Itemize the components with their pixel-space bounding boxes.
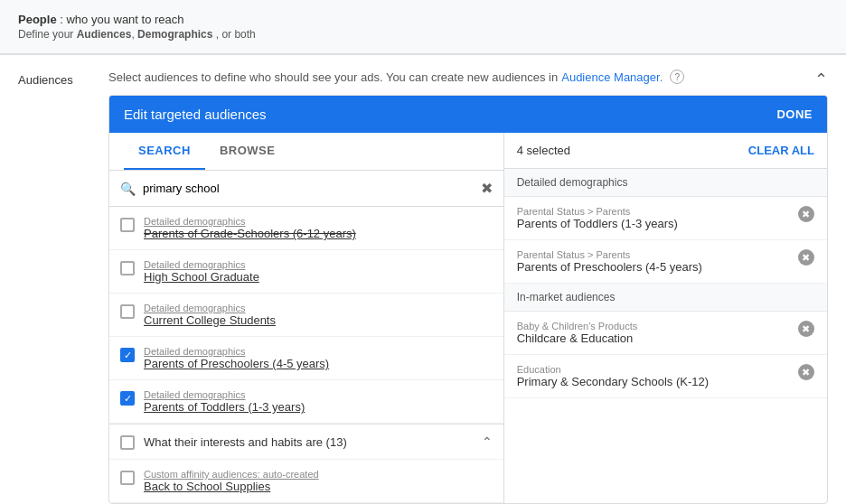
selected-count: 4 selected [517,144,570,157]
left-panel: SEARCH BROWSE 🔍 ✖ Detailed demog [109,133,504,503]
selected-label: Childcare & Education [517,331,638,345]
edit-panel-body: SEARCH BROWSE 🔍 ✖ Detailed demog [109,133,827,503]
selected-category: Parental Status > Parents [517,249,702,260]
item-label: Parents of Grade-Schoolers (6-12 years) [144,227,356,240]
selected-label: Primary & Secondary Schools (K-12) [517,375,709,388]
tab-search[interactable]: SEARCH [124,133,205,170]
selected-item-primary-secondary: Education Primary & Secondary Schools (K… [504,355,827,398]
checkbox-back-to-school[interactable] [120,471,135,485]
top-bar: People : who you want to reach Define yo… [0,0,846,54]
selected-label: Parents of Toddlers (1-3 years) [517,217,678,230]
remove-primary-secondary-button[interactable]: ✖ [798,364,814,380]
item-text-toddlers: Detailed demographics Parents of Toddler… [144,389,305,414]
people-bold: People [18,13,57,26]
right-panel: 4 selected CLEAR ALL Detailed demographi… [504,133,827,503]
result-item: Detailed demographics Current College St… [109,294,503,337]
result-item: Detailed demographics Parents of Toddler… [109,380,503,424]
help-icon[interactable]: ? [670,70,684,84]
search-input[interactable] [143,182,474,195]
or-both: , or both [216,28,256,41]
checkbox-high-school[interactable] [120,261,135,275]
x-circle-icon: ✖ [798,364,814,380]
result-item-custom: Custom affinity audiences: auto-created … [109,460,503,503]
result-item: Detailed demographics Parents of Grade-S… [109,207,503,250]
item-label: High School Graduate [144,270,259,284]
selected-item-preschoolers: Parental Status > Parents Parents of Pre… [504,240,827,284]
selected-category: Parental Status > Parents [517,206,678,217]
done-button[interactable]: DONE [776,107,813,121]
search-bar: 🔍 ✖ [109,171,503,207]
checkbox-grade-schoolers[interactable] [120,218,135,232]
item-label: Parents of Preschoolers (4-5 years) [144,357,329,370]
remove-toddlers-button[interactable]: ✖ [798,206,814,222]
category-label: Detailed demographics [144,303,276,313]
group-label: What their interests and habits are (13) [144,435,347,449]
category-label: Custom affinity audiences: auto-created [144,469,319,480]
x-circle-icon: ✖ [798,206,814,222]
category-label: Detailed demographics [144,346,329,357]
category-label: Detailed demographics [144,216,356,227]
section-header-inmarket: In-market audiences [504,284,827,312]
item-text-high-school: Detailed demographics High School Gradua… [144,259,259,284]
category-label: Detailed demographics [144,389,305,400]
selected-item-childcare: Baby & Children's Products Childcare & E… [504,312,827,355]
checkbox-preschoolers[interactable] [120,348,135,362]
selected-item-toddlers: Parental Status > Parents Parents of Tod… [504,197,827,240]
item-text-college: Detailed demographics Current College St… [144,303,276,327]
clear-search-button[interactable]: ✖ [481,180,493,197]
edit-panel: Edit targeted audiences DONE SEARCH BROW… [108,95,828,504]
remove-childcare-button[interactable]: ✖ [798,321,814,337]
item-label: Parents of Toddlers (1-3 years) [144,400,305,414]
demographics-strong: Demographics [137,28,212,41]
item-text-preschoolers: Detailed demographics Parents of Prescho… [144,346,329,370]
result-item: Detailed demographics High School Gradua… [109,250,503,294]
item-text-grade-schoolers: Detailed demographics Parents of Grade-S… [144,216,356,240]
expand-icon: ⌃ [482,434,493,449]
checkbox-college[interactable] [120,304,135,319]
section-header-detailed: Detailed demographics [504,169,827,197]
audience-manager-link[interactable]: Audience Manager. [561,70,663,84]
people-desc: : who you want to reach [60,13,183,26]
category-label: Detailed demographics [144,259,259,270]
clear-all-button[interactable]: CLEAR ALL [748,144,814,157]
audiences-desc-text: Select audiences to define who should se… [108,70,558,84]
item-label: Current College Students [144,313,276,327]
edit-panel-header: Edit targeted audiences DONE [109,96,827,133]
selected-label: Parents of Preschoolers (4-5 years) [517,260,702,274]
group-item[interactable]: What their interests and habits are (13)… [109,424,503,460]
checkbox-group[interactable] [120,435,135,450]
edit-panel-title: Edit targeted audiences [124,107,267,122]
item-label: Back to School Supplies [144,480,319,493]
audiences-strong: Audiences [77,28,132,41]
selected-header: 4 selected CLEAR ALL [504,133,827,169]
checkbox-toddlers[interactable] [120,391,135,406]
selected-category: Baby & Children's Products [517,321,638,331]
x-circle-icon: ✖ [798,321,814,337]
search-icon: 🔍 [120,182,136,196]
selected-category: Education [517,364,709,375]
audiences-label: Audiences [18,70,90,87]
search-results-list: Detailed demographics Parents of Grade-S… [109,207,503,503]
result-item: Detailed demographics Parents of Prescho… [109,337,503,380]
collapse-button[interactable]: ⌃ [814,70,828,89]
remove-preschoolers-button[interactable]: ✖ [798,249,814,266]
x-circle-icon: ✖ [798,249,814,266]
tabs-bar: SEARCH BROWSE [109,133,503,171]
item-text-back-to-school: Custom affinity audiences: auto-created … [144,469,319,493]
define-text: Define your [18,28,77,41]
tab-browse[interactable]: BROWSE [205,133,290,170]
